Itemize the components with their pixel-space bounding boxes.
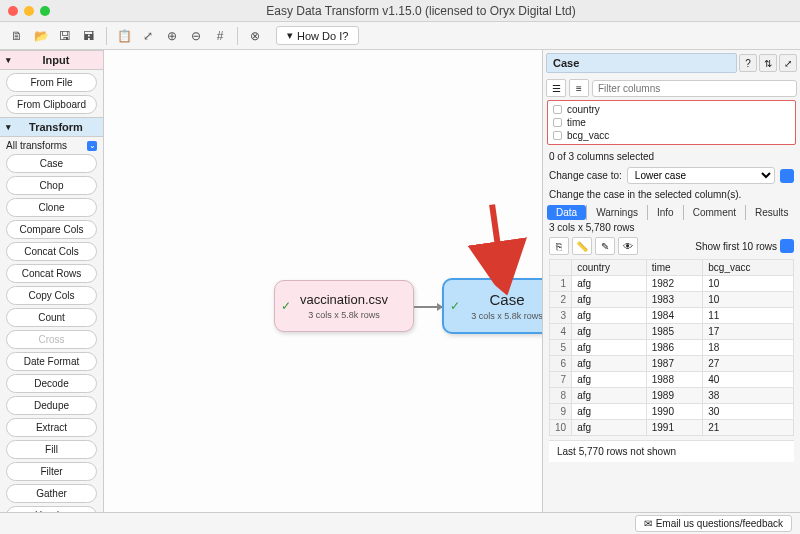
dimensions-label: 3 cols x 5,780 rows	[543, 220, 800, 235]
transform-filter[interactable]: All transforms⌄	[6, 140, 97, 151]
check-icon: ✓	[281, 299, 291, 313]
cell: 1989	[646, 388, 703, 404]
sidebar-item-concat-cols[interactable]: Concat Cols	[6, 242, 97, 261]
cell: afg	[572, 324, 647, 340]
sidebar-item-cross[interactable]: Cross	[6, 330, 97, 349]
link-icon[interactable]: ⇅	[759, 54, 777, 72]
columns-list: countrytimebcg_vacc	[547, 100, 796, 145]
sidebar-item-header[interactable]: Header	[6, 506, 97, 512]
checkbox[interactable]	[553, 118, 562, 127]
column-name: bcg_vacc	[567, 130, 609, 141]
sidebar-item-compare-cols[interactable]: Compare Cols	[6, 220, 97, 239]
input-panel-header[interactable]: ▾Input	[0, 50, 103, 70]
toolbar: 🗎 📂 🖫 🖬 📋 ⤢ ⊕ ⊖ # ⊗ ▾How Do I?	[0, 22, 800, 50]
case-node[interactable]: ✓ Case 3 cols x 5.8k rows	[442, 278, 542, 334]
row-number: 6	[550, 356, 572, 372]
cell: afg	[572, 420, 647, 436]
mail-icon: ✉	[644, 518, 652, 529]
save-as-icon[interactable]: 🖬	[78, 26, 100, 46]
checkbox[interactable]	[553, 131, 562, 140]
edit-icon[interactable]: ✎	[595, 237, 615, 255]
zoom-out-icon[interactable]: ⊖	[185, 26, 207, 46]
cell: afg	[572, 356, 647, 372]
column-row[interactable]: time	[550, 116, 793, 129]
help-dropdown[interactable]: ▾How Do I?	[276, 26, 359, 45]
column-header[interactable]: country	[572, 260, 647, 276]
table-row: 10afg199121	[550, 420, 794, 436]
tab-comment[interactable]: Comment	[683, 205, 745, 220]
tab-results[interactable]: Results	[745, 205, 797, 220]
sidebar-item-count[interactable]: Count	[6, 308, 97, 327]
row-number: 8	[550, 388, 572, 404]
row-number: 9	[550, 404, 572, 420]
sidebar-item-dedupe[interactable]: Dedupe	[6, 396, 97, 415]
input-node[interactable]: ✓ vaccination.csv 3 cols x 5.8k rows	[274, 280, 414, 332]
row-number: 10	[550, 420, 572, 436]
column-row[interactable]: country	[550, 103, 793, 116]
open-file-icon[interactable]: 📂	[30, 26, 52, 46]
titlebar: Easy Data Transform v1.15.0 (licensed to…	[0, 0, 800, 22]
close-window-button[interactable]	[8, 6, 18, 16]
cell: 1985	[646, 324, 703, 340]
checkbox[interactable]	[553, 105, 562, 114]
dropdown-indicator[interactable]	[780, 169, 794, 183]
table-row: 3afg198411	[550, 308, 794, 324]
sidebar-item-clone[interactable]: Clone	[6, 198, 97, 217]
cell: afg	[572, 340, 647, 356]
sidebar-item-chop[interactable]: Chop	[6, 176, 97, 195]
sidebar-item-case[interactable]: Case	[6, 154, 97, 173]
tab-warnings[interactable]: Warnings	[586, 205, 647, 220]
sidebar-item-gather[interactable]: Gather	[6, 484, 97, 503]
cell: 1991	[646, 420, 703, 436]
list-icon[interactable]: ≡	[569, 79, 589, 97]
minimize-window-button[interactable]	[24, 6, 34, 16]
cell: 1990	[646, 404, 703, 420]
cancel-icon[interactable]: ⊗	[244, 26, 266, 46]
checklist-icon[interactable]: ☰	[546, 79, 566, 97]
help-icon[interactable]: ?	[739, 54, 757, 72]
row-number: 5	[550, 340, 572, 356]
cell: afg	[572, 388, 647, 404]
grid-icon[interactable]: #	[209, 26, 231, 46]
row-number-header	[550, 260, 572, 276]
sidebar-item-fill[interactable]: Fill	[6, 440, 97, 459]
tab-info[interactable]: Info	[647, 205, 683, 220]
canvas[interactable]: ✓ vaccination.csv 3 cols x 5.8k rows ✓ C…	[104, 50, 542, 512]
sidebar-item-from-file[interactable]: From File	[6, 73, 97, 92]
clipboard-icon[interactable]: 📋	[113, 26, 135, 46]
expand-icon[interactable]: ⤢	[779, 54, 797, 72]
sidebar-item-concat-rows[interactable]: Concat Rows	[6, 264, 97, 283]
zoom-in-icon[interactable]: ⊕	[161, 26, 183, 46]
save-icon[interactable]: 🖫	[54, 26, 76, 46]
svg-line-0	[463, 205, 530, 272]
new-file-icon[interactable]: 🗎	[6, 26, 28, 46]
column-header[interactable]: time	[646, 260, 703, 276]
sidebar-item-filter[interactable]: Filter	[6, 462, 97, 481]
tab-data[interactable]: Data	[547, 205, 586, 220]
sidebar-item-copy-cols[interactable]: Copy Cols	[6, 286, 97, 305]
sidebar-item-date-format[interactable]: Date Format	[6, 352, 97, 371]
cell: 1986	[646, 340, 703, 356]
change-case-select[interactable]: Lower case	[627, 167, 775, 184]
sidebar-item-extract[interactable]: Extract	[6, 418, 97, 437]
column-row[interactable]: bcg_vacc	[550, 129, 793, 142]
measure-icon[interactable]: 📏	[572, 237, 592, 255]
cell: 30	[703, 404, 794, 420]
transform-panel-header[interactable]: ▾Transform	[0, 117, 103, 137]
dropdown-indicator[interactable]	[780, 239, 794, 253]
sidebar-item-decode[interactable]: Decode	[6, 374, 97, 393]
filter-columns-input[interactable]	[592, 80, 797, 97]
email-feedback-button[interactable]: ✉Email us questions/feedback	[635, 515, 792, 532]
zoom-fit-icon[interactable]: ⤢	[137, 26, 159, 46]
sidebar-item-from-clipboard[interactable]: From Clipboard	[6, 95, 97, 114]
traffic-lights	[8, 6, 50, 16]
cell: 1982	[646, 276, 703, 292]
show-rows-select[interactable]: Show first 10 rows	[695, 241, 777, 252]
sidebar: ▾Input From FileFrom Clipboard ▾Transfor…	[0, 50, 104, 512]
column-header[interactable]: bcg_vacc	[703, 260, 794, 276]
cell: 21	[703, 420, 794, 436]
preview-icon[interactable]: 👁	[618, 237, 638, 255]
copy-icon[interactable]: ⎘	[549, 237, 569, 255]
cell: afg	[572, 404, 647, 420]
fullscreen-window-button[interactable]	[40, 6, 50, 16]
